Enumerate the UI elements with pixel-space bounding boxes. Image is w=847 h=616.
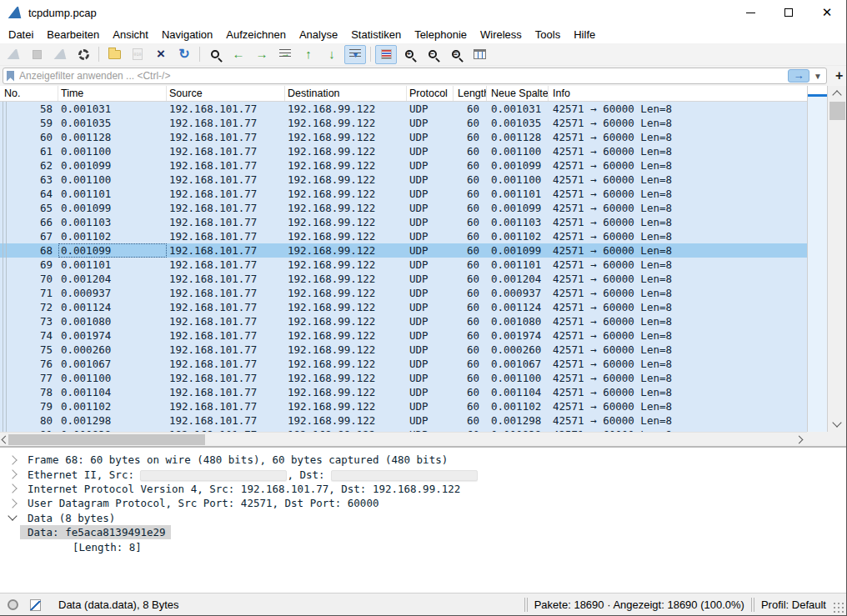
cell-time: 0.001099 [58, 201, 167, 215]
vertical-scrollbar-thumb[interactable] [829, 102, 845, 120]
zoom-out-icon[interactable]: − [422, 45, 444, 64]
open-file-icon[interactable] [103, 45, 125, 64]
packet-row[interactable]: 750.000260192.168.101.77192.168.99.122UD… [0, 343, 807, 357]
close-button[interactable]: ✕ [808, 0, 846, 25]
cell-info: 42571 → 60000 Len=8 [549, 300, 807, 314]
cell-length: 60 [454, 399, 487, 413]
status-profile[interactable]: Profil: Default [761, 598, 826, 611]
packet-row[interactable]: 800.001298192.168.101.77192.168.99.122UD… [0, 413, 807, 428]
column-header-length[interactable]: Length [454, 86, 487, 101]
close-file-icon[interactable]: × [150, 45, 172, 64]
column-header-source[interactable]: Source [167, 86, 285, 101]
cell-info: 42571 → 60000 Len=8 [549, 243, 807, 258]
packet-row[interactable]: 720.001124192.168.101.77192.168.99.122UD… [0, 300, 807, 314]
status-bar: Data (data.data), 8 Bytes Pakete: 18690 … [0, 593, 846, 616]
column-header-neue-spalte[interactable]: Neue Spalte [487, 86, 549, 101]
detail-line[interactable]: Data: fe5aca8139491e29 [0, 525, 846, 539]
menu-item-analyse[interactable]: Analyse [293, 27, 344, 43]
column-header-protocol[interactable]: Protocol [407, 86, 454, 101]
packet-row[interactable]: 580.001031192.168.101.77192.168.99.122UD… [0, 102, 807, 116]
menu-item-telephonie[interactable]: Telephonie [408, 27, 474, 43]
go-forward-icon[interactable]: → [251, 45, 273, 64]
menu-item-navigation[interactable]: Navigation [155, 27, 219, 43]
scroll-up-arrow-icon[interactable] [832, 90, 841, 99]
cell-neue-spalte: 0.001101 [487, 187, 549, 201]
menu-item-bearbeiten[interactable]: Bearbeiten [40, 27, 106, 43]
packet-row[interactable]: 740.001974192.168.101.77192.168.99.122UD… [0, 328, 807, 343]
column-header-time[interactable]: Time [58, 86, 167, 101]
expert-info-icon[interactable] [8, 599, 18, 610]
capture-options-icon[interactable] [73, 45, 94, 64]
packet-row[interactable]: 760.001067192.168.101.77192.168.99.122UD… [0, 357, 807, 371]
colorize-icon[interactable] [375, 45, 397, 64]
menu-item-datei[interactable]: Datei [2, 27, 40, 43]
column-header-destination[interactable]: Destination [285, 86, 407, 101]
detail-line[interactable]: User Datagram Protocol, Src Port: 42571,… [0, 496, 846, 510]
packet-row[interactable]: 650.001099192.168.101.77192.168.99.122UD… [0, 201, 807, 215]
resize-columns-icon[interactable] [469, 45, 490, 64]
packet-row[interactable]: 640.001101192.168.101.77192.168.99.122UD… [0, 187, 807, 201]
packet-row[interactable]: 680.001099192.168.101.77192.168.99.122UD… [0, 243, 807, 258]
horizontal-scrollbar[interactable] [0, 432, 807, 446]
menu-item-aufzeichnen[interactable]: Aufzeichnen [219, 27, 293, 43]
reload-file-icon[interactable]: ↻ [173, 45, 195, 64]
packet-row[interactable]: 780.001104192.168.101.77192.168.99.122UD… [0, 385, 807, 399]
packet-row[interactable]: 600.001128192.168.101.77192.168.99.122UD… [0, 130, 807, 144]
expander-collapsed-icon[interactable] [8, 469, 17, 478]
detail-line[interactable]: [Length: 8] [0, 539, 846, 553]
packet-row[interactable]: 670.001102192.168.101.77192.168.99.122UD… [0, 229, 807, 243]
auto-scroll-icon[interactable]: ▼ [344, 45, 366, 64]
minimize-button[interactable] [731, 0, 769, 25]
packet-row[interactable]: 620.001099192.168.101.77192.168.99.122UD… [0, 158, 807, 173]
go-last-icon[interactable]: ↓ [321, 45, 343, 64]
status-separator [524, 598, 528, 612]
column-header-info[interactable]: Info [549, 86, 828, 101]
maximize-button[interactable] [769, 0, 808, 25]
expander-collapsed-icon[interactable] [8, 455, 17, 464]
apply-filter-button[interactable]: → [788, 69, 809, 83]
column-header-no-[interactable]: No. [0, 86, 58, 101]
display-filter-input[interactable] [19, 70, 788, 82]
detail-line[interactable]: Internet Protocol Version 4, Src: 192.16… [0, 482, 846, 496]
expander-collapsed-icon[interactable] [8, 484, 17, 493]
packet-row[interactable]: 630.001100192.168.101.77192.168.99.122UD… [0, 173, 807, 187]
capture-comment-icon[interactable] [30, 599, 41, 611]
packet-row[interactable]: 660.001103192.168.101.77192.168.99.122UD… [0, 215, 807, 229]
detail-line[interactable]: Ethernet II, Src: , Dst: [0, 467, 846, 481]
menu-item-tools[interactable]: Tools [529, 27, 567, 43]
zoom-reset-icon[interactable]: = [445, 45, 467, 64]
menu-item-hilfe[interactable]: Hilfe [567, 27, 602, 43]
menu-item-statistiken[interactable]: Statistiken [344, 27, 408, 43]
zoom-in-icon[interactable]: + [398, 45, 420, 64]
vertical-scrollbar[interactable] [828, 86, 847, 432]
filter-bookmark-icon[interactable] [7, 71, 14, 82]
packet-row[interactable]: 690.001101192.168.101.77192.168.99.122UD… [0, 258, 807, 272]
horizontal-scrollbar-thumb[interactable] [8, 434, 205, 445]
packet-row[interactable]: 790.001102192.168.101.77192.168.99.122UD… [0, 399, 807, 413]
scroll-down-arrow-icon[interactable] [832, 418, 841, 427]
menu-item-wireless[interactable]: Wireless [474, 27, 529, 43]
filter-dropdown-caret[interactable]: ▼ [813, 72, 826, 81]
menu-item-ansicht[interactable]: Ansicht [106, 27, 155, 43]
go-back-icon[interactable]: ← [228, 45, 249, 64]
cell-time: 0.001128 [58, 130, 167, 144]
expander-expanded-icon[interactable] [8, 512, 17, 521]
go-to-packet-icon[interactable]: → [274, 45, 296, 64]
detail-line[interactable]: Frame 68: 60 bytes on wire (480 bits), 6… [0, 453, 846, 467]
go-first-icon[interactable]: ↑ [298, 45, 319, 64]
status-packet-counts: Pakete: 18690 · Angezeigt: 18690 (100.0%… [534, 598, 744, 611]
resize-grip[interactable] [833, 602, 844, 613]
display-filter-field[interactable]: → ▼ [3, 68, 827, 84]
packet-row[interactable]: 610.001100192.168.101.77192.168.99.122UD… [0, 144, 807, 158]
expander-collapsed-icon[interactable] [8, 498, 17, 508]
detail-line[interactable]: Data (8 bytes) [0, 511, 846, 525]
add-filter-button[interactable]: + [832, 69, 846, 83]
scroll-right-arrow-icon[interactable] [795, 436, 804, 444]
find-packet-icon[interactable] [204, 45, 226, 64]
packet-row[interactable]: 700.001204192.168.101.77192.168.99.122UD… [0, 272, 807, 286]
packet-row[interactable]: 730.001080192.168.101.77192.168.99.122UD… [0, 314, 807, 328]
redacted-mac-address [140, 470, 287, 481]
packet-row[interactable]: 770.001100192.168.101.77192.168.99.122UD… [0, 371, 807, 385]
packet-row[interactable]: 710.000937192.168.101.77192.168.99.122UD… [0, 286, 807, 300]
packet-row[interactable]: 590.001035192.168.101.77192.168.99.122UD… [0, 116, 807, 130]
